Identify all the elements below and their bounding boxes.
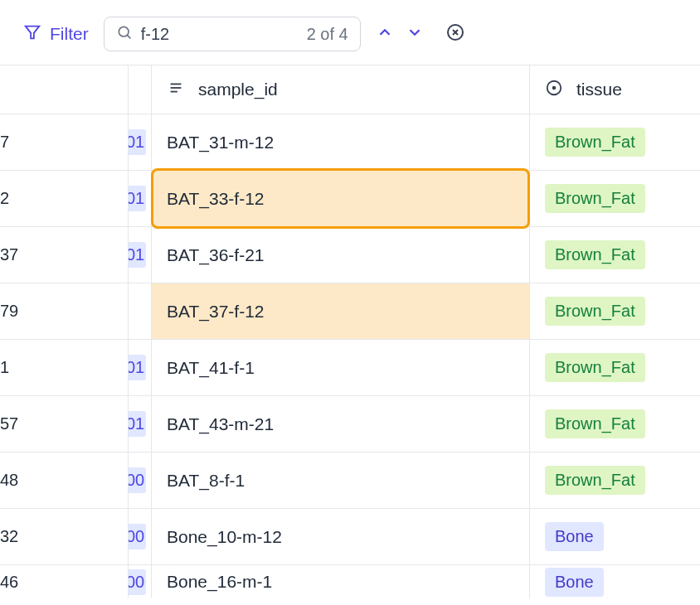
svg-line-2 [127, 35, 130, 38]
row-index-cell: 37 [0, 227, 129, 283]
prev-match-button[interactable] [376, 23, 394, 45]
tissue-cell[interactable]: Brown_Fat [530, 227, 700, 283]
table-row[interactable]: 4600Bone_16-m-1Bone [0, 565, 700, 598]
sample-id-cell[interactable]: BAT_37-f-12 [152, 283, 530, 339]
svg-point-10 [552, 86, 557, 90]
row-index-cell: 79 [0, 283, 129, 339]
text-column-icon [167, 79, 185, 100]
row-index-cell: 2 [0, 171, 129, 226]
sample-id-cell[interactable]: Bone_16-m-1 [152, 565, 530, 598]
clear-search-button[interactable] [439, 22, 465, 46]
filter-icon [23, 23, 41, 46]
table-row[interactable]: 5701BAT_43-m-21Brown_Fat [0, 396, 700, 453]
tissue-tag: Brown_Fat [545, 297, 645, 326]
partial-id-cell: 01 [129, 396, 152, 452]
svg-marker-0 [26, 26, 40, 38]
partial-id-cell [129, 283, 152, 339]
table-row[interactable]: 4800BAT_8-f-1Brown_Fat [0, 453, 700, 509]
header-spacer-left [0, 65, 129, 114]
table-row[interactable]: 701BAT_31-m-12Brown_Fat [0, 114, 700, 171]
search-input[interactable] [141, 25, 299, 44]
column-header-tissue[interactable]: tissue [530, 65, 700, 114]
tissue-tag: Brown_Fat [545, 240, 645, 269]
row-index-cell: 7 [0, 114, 129, 170]
column-label: sample_id [198, 80, 278, 99]
row-index-cell: 48 [0, 453, 129, 508]
tissue-cell[interactable]: Brown_Fat [530, 340, 700, 395]
tissue-cell[interactable]: Bone [530, 565, 700, 598]
table-row[interactable]: 79BAT_37-f-12Brown_Fat [0, 283, 700, 340]
tissue-tag: Bone [545, 522, 604, 551]
column-header-sample-id[interactable]: sample_id [152, 65, 530, 114]
table-header-row: sample_id tissue [0, 65, 700, 114]
tissue-cell[interactable]: Brown_Fat [530, 283, 700, 339]
column-label: tissue [576, 80, 622, 99]
filter-label: Filter [50, 24, 89, 44]
category-column-icon [545, 79, 563, 100]
tissue-cell[interactable]: Brown_Fat [530, 453, 700, 508]
partial-id-cell: 01 [129, 114, 152, 170]
svg-point-1 [119, 27, 129, 36]
data-table: sample_id tissue 701BAT_31-m-12Brown_Fat… [0, 65, 700, 598]
partial-id-cell: 00 [129, 509, 152, 564]
search-icon [116, 24, 133, 44]
partial-id-cell: 01 [129, 227, 152, 283]
toolbar: Filter 2 of 4 [0, 0, 700, 65]
sample-id-cell[interactable]: BAT_41-f-1 [152, 340, 530, 395]
search-box[interactable]: 2 of 4 [104, 17, 361, 51]
sample-id-cell[interactable]: BAT_36-f-21 [152, 227, 530, 283]
search-match-count: 2 of 4 [307, 25, 348, 44]
row-index-cell: 32 [0, 509, 129, 564]
tissue-tag: Brown_Fat [545, 466, 645, 495]
header-spacer-gap [129, 65, 152, 114]
sample-id-cell[interactable]: BAT_8-f-1 [152, 453, 530, 508]
table-row[interactable]: 201BAT_33-f-12Brown_Fat [0, 171, 700, 227]
table-row[interactable]: 3701BAT_36-f-21Brown_Fat [0, 227, 700, 283]
partial-id-cell: 01 [129, 340, 152, 395]
tissue-tag: Bone [545, 568, 604, 597]
row-index-cell: 57 [0, 396, 129, 452]
tissue-tag: Brown_Fat [545, 184, 645, 213]
sample-id-cell[interactable]: BAT_33-f-12 [152, 171, 530, 226]
table-row[interactable]: 101BAT_41-f-1Brown_Fat [0, 340, 700, 396]
row-index-cell: 46 [0, 565, 129, 598]
tissue-tag: Brown_Fat [545, 128, 645, 157]
sample-id-cell[interactable]: BAT_43-m-21 [152, 396, 530, 452]
row-index-cell: 1 [0, 340, 129, 395]
table-row[interactable]: 3200Bone_10-m-12Bone [0, 509, 700, 565]
partial-id-cell: 00 [129, 565, 152, 598]
tissue-cell[interactable]: Brown_Fat [530, 171, 700, 226]
partial-id-cell: 00 [129, 453, 152, 508]
sample-id-cell[interactable]: Bone_10-m-12 [152, 509, 530, 564]
partial-id-cell: 01 [129, 171, 152, 226]
tissue-cell[interactable]: Brown_Fat [530, 114, 700, 170]
search-nav [376, 23, 424, 45]
table-body: 701BAT_31-m-12Brown_Fat201BAT_33-f-12Bro… [0, 114, 700, 598]
sample-id-cell[interactable]: BAT_31-m-12 [152, 114, 530, 170]
tissue-tag: Brown_Fat [545, 353, 645, 382]
tissue-cell[interactable]: Bone [530, 509, 700, 564]
tissue-tag: Brown_Fat [545, 409, 645, 438]
tissue-cell[interactable]: Brown_Fat [530, 396, 700, 452]
filter-button[interactable]: Filter [23, 23, 89, 46]
next-match-button[interactable] [406, 23, 424, 45]
